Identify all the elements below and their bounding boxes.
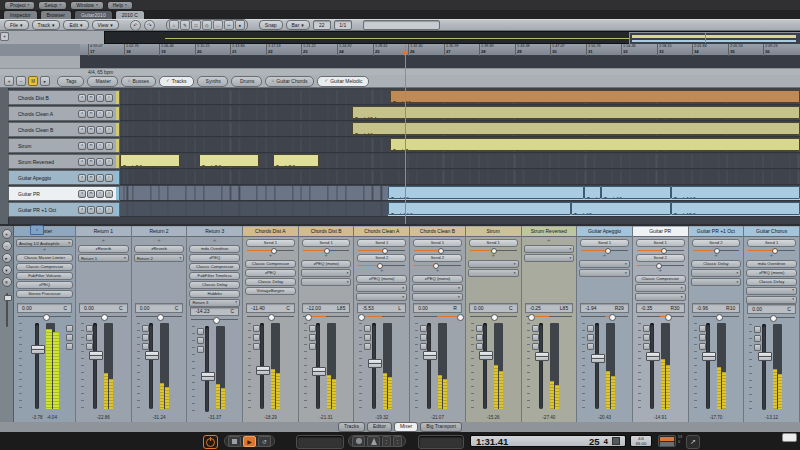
strip-edit-button[interactable]: [197, 346, 204, 353]
strip-header[interactable]: Chords Clean A: [354, 227, 409, 237]
plugin-slot[interactable]: Classic Delay: [245, 278, 296, 286]
send-slot[interactable]: Send 1: [636, 239, 685, 247]
view-tab[interactable]: Big Transport: [420, 422, 462, 432]
fader-knob[interactable]: [591, 354, 605, 363]
pan-knob[interactable]: [528, 314, 535, 321]
volume-readout[interactable]: 0.00 C: [17, 303, 72, 313]
fader-knob[interactable]: [256, 366, 270, 375]
plugin-slot[interactable]: Classic Compressor: [245, 260, 296, 268]
track-mini-button[interactable]: ○: [105, 206, 113, 214]
send-slot[interactable]: Send 2: [413, 254, 462, 262]
track-header[interactable]: Guitar PR smr○: [8, 186, 120, 201]
pan-knob[interactable]: [157, 314, 164, 321]
volume-readout[interactable]: 0.00 C: [469, 303, 518, 313]
toolbar-text-field[interactable]: [363, 20, 440, 30]
send-slot[interactable]: Send 1: [246, 239, 295, 247]
send-slot[interactable]: Send 1: [747, 239, 796, 247]
strip-solo-button[interactable]: [142, 325, 149, 332]
fader-slot[interactable]: [595, 323, 599, 409]
track-mini-button[interactable]: s: [78, 94, 86, 102]
routing-dropdown[interactable]: ▾: [635, 284, 686, 292]
send-level-slider[interactable]: [637, 248, 684, 253]
playhead[interactable]: [405, 44, 406, 224]
strip-solo-button[interactable]: [309, 325, 316, 332]
track-header[interactable]: Strum smr○: [8, 138, 120, 153]
document-tab[interactable]: Inspector: [3, 10, 38, 19]
strip-mute-button[interactable]: [86, 334, 93, 341]
volume-readout[interactable]: -1.94 R29: [580, 303, 629, 313]
view-tab[interactable]: Mixer: [394, 422, 418, 432]
fader-slot[interactable]: [762, 324, 766, 410]
routing-dropdown[interactable]: ▾: [691, 269, 742, 277]
strip-solo-button[interactable]: [587, 325, 594, 332]
signature-tempo-box[interactable]: 4/4 65.00: [630, 435, 652, 447]
track-mini-button[interactable]: ○: [105, 158, 113, 166]
track-mini-button[interactable]: m: [87, 158, 95, 166]
track-mini-button[interactable]: s: [78, 126, 86, 134]
strip-edit-button[interactable]: [142, 343, 149, 350]
strip-mute-button[interactable]: [587, 334, 594, 341]
clip[interactable]: Track 13⊙: [601, 186, 671, 199]
fader-knob[interactable]: [31, 345, 45, 354]
document-tab[interactable]: 2010 C: [115, 10, 145, 19]
pan-slider[interactable]: [80, 313, 127, 320]
strip-header[interactable]: Chords Dist A: [243, 227, 298, 237]
transport-field-2[interactable]: [418, 435, 464, 449]
snap-toggle[interactable]: Snap: [259, 20, 283, 30]
plugin-slot[interactable]: Classic Compressor: [635, 275, 686, 283]
track-lane[interactable]: Track 13⊙ Track 1: [120, 186, 800, 201]
track-lane[interactable]: Track 14 3 Track 15: [120, 202, 800, 217]
plugin-slot[interactable]: zPEQ: [189, 254, 240, 262]
marker-next-button[interactable]: ⁚: [393, 436, 402, 447]
pan-slider[interactable]: [18, 313, 71, 320]
marker-prev-button[interactable]: ⁚: [382, 436, 391, 447]
strip-mute-button[interactable]: [142, 334, 149, 341]
mixer-remove-icon[interactable]: −: [2, 241, 12, 251]
track-lane[interactable]: Track 15 4: [120, 106, 800, 121]
pan-knob[interactable]: [716, 314, 723, 321]
send-level-slider[interactable]: [637, 263, 684, 268]
plugin-slot[interactable]: zReverb: [134, 245, 185, 253]
routing-dropdown[interactable]: ▾: [301, 278, 352, 286]
track-mini-button[interactable]: m: [87, 94, 95, 102]
strip-mute-button[interactable]: [754, 335, 761, 342]
track-mini-button[interactable]: m: [87, 110, 95, 118]
routing-dropdown[interactable]: Return 3▾: [189, 299, 240, 307]
plugin-slot[interactable]: Classic Compressor: [189, 263, 240, 271]
send-level-slider[interactable]: [414, 248, 461, 253]
volume-readout[interactable]: -11.40 C: [246, 303, 295, 313]
track-mini-button[interactable]: s: [78, 206, 86, 214]
send-level-slider[interactable]: [748, 248, 795, 253]
strip-edit-button[interactable]: [86, 343, 93, 350]
strip-mute-button[interactable]: [66, 334, 73, 341]
clip[interactable]: Track 15: [571, 202, 671, 215]
track-lane[interactable]: [120, 170, 800, 185]
power-button[interactable]: [203, 435, 218, 449]
view-tab[interactable]: Tracks: [338, 422, 365, 432]
send-level-slider[interactable]: [303, 248, 350, 253]
track-lane[interactable]: Track 10⊙: [120, 90, 800, 105]
pan-knob[interactable]: [665, 314, 672, 321]
routing-dropdown[interactable]: ▾: [356, 284, 407, 292]
strip-solo-button[interactable]: [754, 326, 761, 333]
cut-tool-icon[interactable]: ✂: [224, 20, 234, 30]
plugin-slot[interactable]: Classic Delay: [746, 278, 797, 286]
toolbar-menu-button[interactable]: File▾: [4, 20, 29, 30]
filter-tab[interactable]: Drums: [231, 76, 262, 87]
track-header[interactable]: Chords Clean B smr○: [8, 122, 120, 137]
pan-slider[interactable]: [637, 313, 684, 320]
clip[interactable]: Track 13⊙: [388, 186, 584, 199]
redo-icon[interactable]: ↷: [144, 20, 155, 31]
track-mini-button[interactable]: ○: [105, 174, 113, 182]
track-header[interactable]: Guitar Apeggio smr○: [8, 170, 120, 185]
strip-solo-button[interactable]: [532, 325, 539, 332]
pan-knob[interactable]: [491, 314, 498, 321]
pan-slider[interactable]: [414, 313, 461, 320]
fader-knob[interactable]: [758, 352, 772, 361]
filter-button[interactable]: +: [4, 76, 14, 86]
strip-mute-button[interactable]: [364, 334, 371, 341]
strip-edit-button[interactable]: [476, 343, 483, 350]
track-lane[interactable]: Track 16: [120, 122, 800, 137]
routing-dropdown[interactable]: ▾: [579, 269, 630, 277]
strip-solo-button[interactable]: [420, 325, 427, 332]
